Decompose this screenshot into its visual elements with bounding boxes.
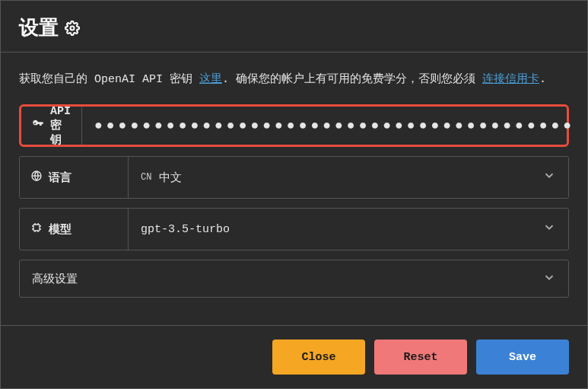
modal-footer: Close Reset Save bbox=[1, 325, 587, 388]
save-button[interactable]: Save bbox=[476, 340, 569, 375]
language-code: CN bbox=[141, 172, 151, 183]
gear-icon bbox=[65, 21, 80, 36]
advanced-settings-toggle[interactable]: 高级设置 bbox=[19, 260, 569, 298]
language-label: 语言 bbox=[20, 157, 129, 198]
api-key-value: ●●●●●●●●●●●●●●●●●●●●●●●●●●●●●●●●●●●●●●●● bbox=[94, 118, 575, 133]
chevron-down-icon bbox=[542, 169, 556, 187]
modal-body: 获取您自己的 OpenAI API 密钥 这里. 确保您的帐户上有可用的免费学分… bbox=[1, 53, 587, 325]
help-text-1: 获取您自己的 OpenAI API 密钥 bbox=[19, 73, 199, 86]
language-label-text: 语言 bbox=[49, 171, 72, 185]
model-value: gpt-3.5-turbo bbox=[141, 223, 230, 236]
help-text-2: . 确保您的帐户上有可用的免费学分，否则您必须 bbox=[222, 73, 482, 86]
chevron-down-icon bbox=[542, 221, 556, 238]
model-label-text: 模型 bbox=[49, 222, 72, 237]
api-key-label-text: API密钥 bbox=[50, 105, 71, 147]
modal-header: 设置 bbox=[1, 1, 587, 53]
language-select[interactable]: CN 中文 bbox=[129, 157, 568, 198]
modal-title: 设置 bbox=[19, 14, 59, 41]
help-text-3: . bbox=[539, 73, 546, 86]
settings-modal: 设置 获取您自己的 OpenAI API 密钥 这里. 确保您的帐户上有可用的免… bbox=[0, 0, 588, 389]
close-button[interactable]: Close bbox=[272, 340, 365, 375]
globe-icon bbox=[30, 170, 43, 186]
reset-button[interactable]: Reset bbox=[374, 340, 467, 375]
api-key-row: API密钥 ●●●●●●●●●●●●●●●●●●●●●●●●●●●●●●●●●●… bbox=[19, 104, 569, 147]
chip-icon bbox=[30, 222, 43, 238]
svg-point-0 bbox=[71, 26, 75, 30]
advanced-label: 高级设置 bbox=[32, 272, 78, 286]
model-label: 模型 bbox=[20, 209, 129, 250]
chevron-down-icon bbox=[542, 271, 556, 287]
model-select[interactable]: gpt-3.5-turbo bbox=[129, 209, 568, 250]
help-link-here[interactable]: 这里 bbox=[199, 73, 222, 86]
model-row: 模型 gpt-3.5-turbo bbox=[19, 208, 569, 250]
svg-rect-3 bbox=[33, 225, 40, 231]
language-row: 语言 CN 中文 bbox=[19, 156, 569, 199]
help-link-card[interactable]: 连接信用卡 bbox=[482, 73, 539, 86]
help-text: 获取您自己的 OpenAI API 密钥 这里. 确保您的帐户上有可用的免费学分… bbox=[19, 71, 569, 89]
language-value: 中文 bbox=[159, 171, 182, 185]
api-key-input[interactable]: ●●●●●●●●●●●●●●●●●●●●●●●●●●●●●●●●●●●●●●●● bbox=[82, 107, 587, 145]
api-key-label: API密钥 bbox=[21, 107, 82, 145]
key-icon bbox=[32, 118, 44, 134]
